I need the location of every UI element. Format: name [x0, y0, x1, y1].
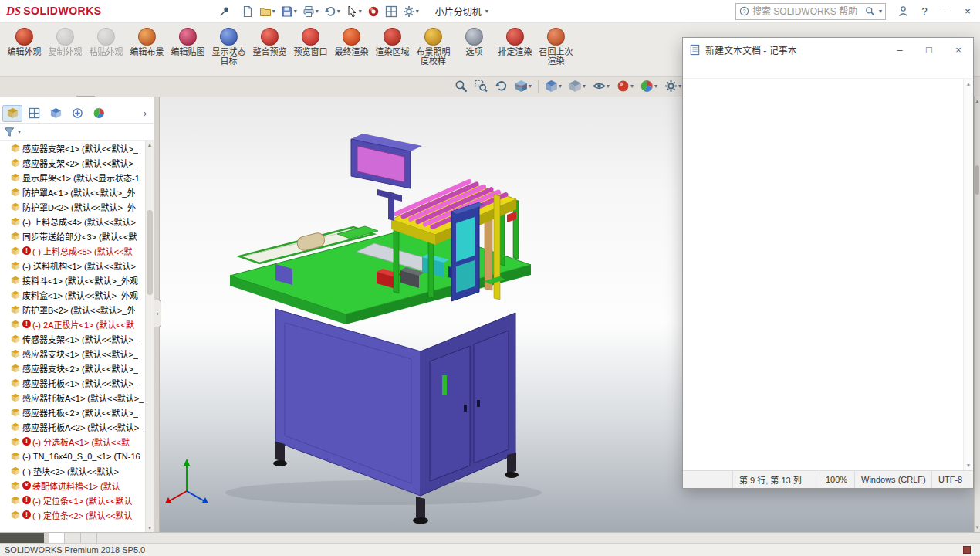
document-switcher[interactable]: 小片分切机 ▾: [431, 2, 493, 20]
minimize-button[interactable]: –: [935, 1, 957, 22]
rebuild-button[interactable]: [365, 4, 382, 19]
options-button[interactable]: ▾: [400, 4, 421, 19]
commandmanager-tab[interactable]: [95, 96, 113, 97]
user-account-icon[interactable]: [892, 1, 914, 22]
scrollbar-thumb[interactable]: [975, 165, 979, 195]
tree-item[interactable]: 感应器支块<1> (默认<<默认>_: [0, 346, 145, 361]
ribbon-button[interactable]: 显示状态目标: [209, 26, 248, 67]
tree-item[interactable]: (-) 送料机构<1> (默认<<默认>: [0, 258, 145, 273]
ribbon-button[interactable]: 编辑贴图: [168, 26, 208, 58]
notepad-menu-item[interactable]: [717, 61, 728, 78]
ribbon-button[interactable]: 渲染区域: [373, 26, 412, 58]
tree-item[interactable]: (-) 上料总成<4> (默认<<默认>: [0, 214, 145, 229]
commandmanager-tab[interactable]: [132, 96, 150, 97]
tree-item[interactable]: ! (-) 定位条<2> (默认<<默认: [0, 507, 145, 522]
horizontal-scrollbar-thumb[interactable]: [0, 533, 44, 543]
print-button[interactable]: ▾: [300, 4, 321, 19]
ribbon-button[interactable]: 召回上次渲染: [536, 26, 576, 67]
ribbon-button[interactable]: 编辑外观: [5, 26, 44, 58]
close-button[interactable]: ×: [957, 1, 978, 22]
dimxpertmanager-tab[interactable]: [67, 105, 87, 122]
tree-item[interactable]: 防护罩D<2> (默认<<默认>_外: [0, 199, 145, 214]
scroll-up-icon[interactable]: ▲: [146, 141, 154, 149]
notepad-scrollbar[interactable]: ▲ ▼: [963, 79, 973, 470]
scroll-down-icon[interactable]: ▼: [964, 460, 973, 470]
scroll-up-icon[interactable]: ▲: [975, 97, 980, 106]
hide-show-items-icon[interactable]: ▾: [592, 79, 610, 93]
ribbon-button[interactable]: 选项: [455, 26, 494, 58]
view-orientation-icon[interactable]: ▾: [544, 79, 563, 93]
tree-item[interactable]: 同步带送给部分<3> (默认<<默: [0, 229, 145, 243]
search-input[interactable]: [752, 6, 862, 17]
commandmanager-tab[interactable]: [58, 96, 76, 97]
notepad-maximize-button[interactable]: □: [914, 38, 944, 61]
ribbon-button[interactable]: 预览窗口: [291, 26, 330, 58]
notepad-window[interactable]: 新建文本文档 - 记事本 – □ × ▲ ▼ 第 9 行, 第 13 列 100…: [682, 37, 974, 489]
tree-item[interactable]: 感应器托板<1> (默认<<默认>_: [0, 375, 145, 390]
commandmanager-tab[interactable]: [113, 96, 132, 97]
tree-item[interactable]: ! (-) 分选板A<1> (默认<<默: [0, 434, 145, 449]
select-button[interactable]: ▾: [343, 4, 364, 19]
display-style-icon[interactable]: ▾: [568, 79, 586, 93]
tree-item[interactable]: 接料斗<1> (默认<<默认>_外观: [0, 273, 145, 287]
ribbon-button[interactable]: 粘贴外观: [86, 26, 126, 58]
tree-item[interactable]: 感应器支块<2> (默认<<默认>_: [0, 361, 145, 375]
display-pane-tab[interactable]: [24, 105, 44, 122]
tree-item[interactable]: ! (-) 2A正极片<1> (默认<<默: [0, 317, 145, 331]
ribbon-button[interactable]: 编辑布景: [127, 26, 167, 58]
notepad-menu-item[interactable]: [695, 61, 706, 78]
tree-item[interactable]: (-) 垫块<2> (默认<<默认>_: [0, 463, 145, 478]
zoom-fit-icon[interactable]: [454, 79, 468, 93]
commandmanager-tab[interactable]: [21, 96, 39, 97]
featuremanager-tab[interactable]: [2, 105, 22, 122]
edit-appearance-icon[interactable]: ▾: [616, 79, 634, 93]
chevron-down-icon[interactable]: ▾: [18, 128, 21, 135]
notepad-minimize-button[interactable]: –: [885, 38, 914, 61]
model-tab[interactable]: [49, 533, 65, 543]
notepad-menu-item[interactable]: [706, 61, 717, 78]
task-pane-strip[interactable]: ▲ ▼: [974, 97, 980, 532]
model-tab[interactable]: [65, 533, 81, 543]
zoom-area-icon[interactable]: [474, 79, 488, 93]
commandmanager-tab[interactable]: [76, 96, 95, 97]
panel-expand-icon[interactable]: ›: [139, 107, 151, 119]
tree-item[interactable]: ! (-) 上料总成<5> (默认<<默: [0, 243, 145, 258]
pin-menu-icon[interactable]: [219, 6, 230, 17]
open-button[interactable]: ▾: [257, 4, 278, 19]
scroll-up-icon[interactable]: ▲: [964, 79, 973, 89]
help-button[interactable]: ?: [914, 1, 935, 22]
tree-item[interactable]: × 装配体进料槽<1> (默认: [0, 478, 145, 493]
tree-item[interactable]: ! (-) 定位条<1> (默认<<默认: [0, 493, 145, 507]
scrollbar-thumb[interactable]: [147, 210, 153, 295]
notepad-text-area[interactable]: ▲ ▼: [683, 78, 973, 470]
apply-scene-icon[interactable]: ▾: [640, 79, 658, 93]
tree-item[interactable]: 感应器支架<2> (默认<<默认>_: [0, 155, 145, 170]
tree-item[interactable]: 防护罩A<1> (默认<<默认>_外: [0, 185, 145, 199]
configurationmanager-tab[interactable]: [46, 105, 66, 122]
notepad-menu-item[interactable]: [728, 61, 738, 78]
new-document-button[interactable]: [239, 4, 256, 19]
notepad-close-button[interactable]: ×: [944, 38, 973, 61]
search-icon[interactable]: [865, 6, 875, 16]
tree-item[interactable]: 显示屏架<1> (默认<显示状态-1: [0, 170, 145, 185]
tree-item[interactable]: 感应器托板A<1> (默认<<默认>_: [0, 390, 145, 405]
section-view-icon[interactable]: ▾: [514, 79, 532, 93]
ribbon-button[interactable]: 整合预览: [250, 26, 289, 58]
tree-item[interactable]: 传感器支架<1> (默认<<默认>_: [0, 331, 145, 346]
zoom-level-label[interactable]: 100%: [819, 471, 854, 488]
commandmanager-tab[interactable]: [2, 96, 21, 97]
notepad-titlebar[interactable]: 新建文本文档 - 记事本 – □ ×: [683, 38, 973, 61]
tree-scrollbar[interactable]: ▲ ▼: [145, 141, 154, 532]
tree-item[interactable]: (-) TN_16x40_S_0_<1> (TN-16: [0, 449, 145, 463]
tree-item[interactable]: 防护罩B<2> (默认<<默认>_外: [0, 302, 145, 317]
ribbon-button[interactable]: 复制外观: [46, 26, 85, 58]
file-properties-button[interactable]: [383, 4, 400, 19]
tree-item[interactable]: 感应器支架<1> (默认<<默认>_: [0, 141, 145, 155]
status-indicator-icon[interactable]: [963, 546, 971, 554]
filter-funnel-icon[interactable]: [4, 127, 15, 137]
chevron-down-icon[interactable]: ▾: [879, 8, 882, 15]
notepad-menu-item[interactable]: [684, 61, 695, 78]
tree-item[interactable]: 废料盒<1> (默认<<默认>_外观: [0, 287, 145, 302]
panel-collapse-handle[interactable]: ‹: [154, 300, 161, 327]
save-button[interactable]: ▾: [279, 4, 299, 19]
